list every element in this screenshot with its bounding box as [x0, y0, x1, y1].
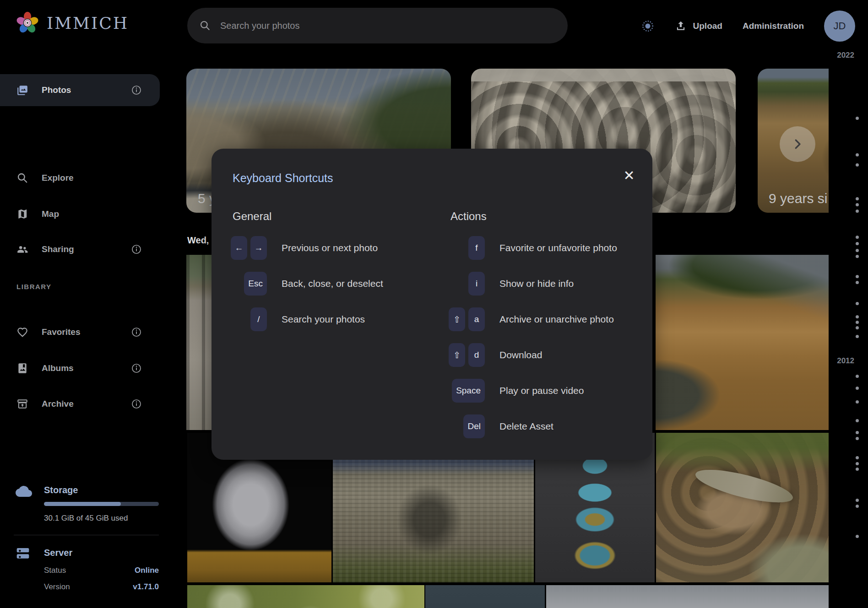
key-arrow-right: → — [250, 236, 267, 260]
scrubber-dot — [856, 249, 859, 252]
sidebar-item-explore[interactable]: Explore — [0, 162, 160, 194]
sidebar-item-photos[interactable]: Photos — [0, 74, 160, 106]
sidebar-item-label: Albums — [42, 363, 74, 373]
sidebar-item-label: Map — [42, 209, 59, 219]
sidebar-item-archive[interactable]: Archive — [0, 388, 160, 420]
administration-link[interactable]: Administration — [743, 21, 804, 31]
photo-thumbnail[interactable] — [425, 585, 545, 608]
key-d: d — [468, 343, 485, 367]
storage-progress-fill — [44, 502, 121, 506]
photo-thumbnail[interactable] — [187, 585, 424, 608]
upload-button[interactable]: Upload — [675, 20, 722, 32]
scrubber-dot — [856, 281, 859, 284]
administration-label: Administration — [743, 21, 804, 31]
timeline-scrubber[interactable] — [829, 0, 868, 608]
info-icon[interactable] — [131, 363, 142, 374]
shortcut-row: ⇧ a Archive or unarchive photo — [450, 301, 643, 337]
scrubber-dot — [856, 255, 859, 258]
shortcut-description: Archive or unarchive photo — [499, 314, 614, 325]
scrubber-dot — [856, 505, 859, 508]
scrubber-dot — [856, 197, 859, 200]
scrubber-dot — [856, 431, 859, 434]
scrubber-dot — [856, 499, 859, 502]
shortcut-row: ⇧ d Download — [450, 337, 643, 373]
shortcut-description: Back, close, or deselect — [282, 278, 383, 289]
info-icon[interactable] — [131, 244, 142, 255]
scrubber-dot — [856, 117, 859, 120]
server-version-value: v1.71.0 — [133, 582, 159, 592]
top-bar: IMMICH — [0, 0, 868, 52]
shortcuts-general-column: General ← → Previous or next photo Esc B… — [233, 210, 434, 337]
memory-card-canyon[interactable]: 9 years si — [758, 69, 829, 213]
app-name: IMMICH — [47, 14, 129, 32]
close-button[interactable]: ✕ — [617, 163, 641, 187]
immich-flower-icon — [16, 11, 39, 35]
scrubber-dot — [856, 468, 859, 471]
scrubber-dot — [856, 400, 859, 404]
sidebar-item-map[interactable]: Map — [0, 198, 160, 230]
server-status-label: Status — [44, 566, 66, 575]
info-icon[interactable] — [131, 398, 142, 409]
scrubber-dot — [856, 203, 859, 206]
photo-thumbnail[interactable] — [656, 255, 829, 430]
search-icon — [199, 20, 211, 32]
server-version-label: Version — [44, 582, 70, 592]
people-icon — [16, 243, 28, 255]
scrubber-dot — [856, 275, 859, 278]
server-title: Server — [44, 548, 72, 558]
scrubber-dot — [856, 535, 859, 538]
immich-app: 5 y 9 years si Wed, 2022 2012 — [0, 0, 868, 608]
shortcut-row: f Favorite or unfavorite photo — [450, 230, 643, 266]
search-bar[interactable] — [187, 8, 568, 43]
sidebar-divider — [14, 535, 159, 535]
immich-logo[interactable]: IMMICH — [16, 11, 129, 35]
key-i: i — [468, 272, 485, 296]
modal-title: Keyboard Shortcuts — [233, 172, 333, 185]
scrubber-dot — [856, 153, 859, 156]
avatar-initials: JD — [834, 20, 846, 32]
sidebar-item-label: Explore — [42, 173, 74, 183]
shortcut-description: Search your photos — [282, 314, 365, 325]
chevron-right-icon — [791, 137, 804, 151]
key-esc: Esc — [244, 272, 267, 296]
server-icon — [16, 546, 30, 561]
actions-header: Actions — [450, 210, 643, 223]
memory-next-button[interactable] — [780, 126, 815, 162]
user-avatar[interactable]: JD — [824, 11, 855, 42]
scrubber-dot — [856, 456, 859, 459]
scrubber-dot — [856, 335, 859, 338]
memory-label: 9 years si — [769, 191, 827, 206]
album-icon — [16, 362, 28, 374]
storage-progress-bar — [44, 502, 159, 506]
scrubber-dot — [856, 387, 859, 390]
search-input[interactable] — [219, 20, 556, 32]
photo-thumbnail[interactable] — [656, 433, 829, 582]
sidebar-item-albums[interactable]: Albums — [0, 352, 160, 384]
shortcut-description: Play or pause video — [499, 385, 584, 396]
shortcut-description: Previous or next photo — [282, 242, 378, 253]
theme-toggle-button[interactable] — [641, 19, 655, 33]
date-group-header: Wed, — [187, 235, 209, 246]
scrubber-dot — [856, 302, 859, 305]
key-del: Del — [463, 414, 485, 438]
sidebar-item-favorites[interactable]: Favorites — [0, 316, 160, 348]
shortcuts-actions-column: Actions f Favorite or unfavorite photo i… — [450, 210, 643, 444]
heart-icon — [16, 326, 28, 338]
info-icon[interactable] — [131, 85, 142, 96]
photo-thumbnail[interactable] — [546, 585, 829, 608]
sun-icon — [641, 19, 655, 33]
sidebar-item-label: Favorites — [42, 327, 80, 337]
upload-icon — [675, 20, 687, 32]
info-icon[interactable] — [131, 327, 142, 338]
sidebar-item-sharing[interactable]: Sharing — [0, 233, 160, 265]
key-f: f — [468, 236, 485, 260]
shortcut-description: Download — [499, 350, 542, 360]
key-shift: ⇧ — [449, 307, 465, 331]
general-header: General — [233, 210, 434, 223]
scrubber-dot — [856, 163, 859, 167]
shortcut-description: Show or hide info — [499, 278, 574, 289]
archive-icon — [16, 398, 28, 410]
shortcut-row: ← → Previous or next photo — [233, 230, 434, 266]
scrubber-year-top: 2022 — [837, 51, 854, 60]
scrubber-dot — [856, 375, 859, 378]
